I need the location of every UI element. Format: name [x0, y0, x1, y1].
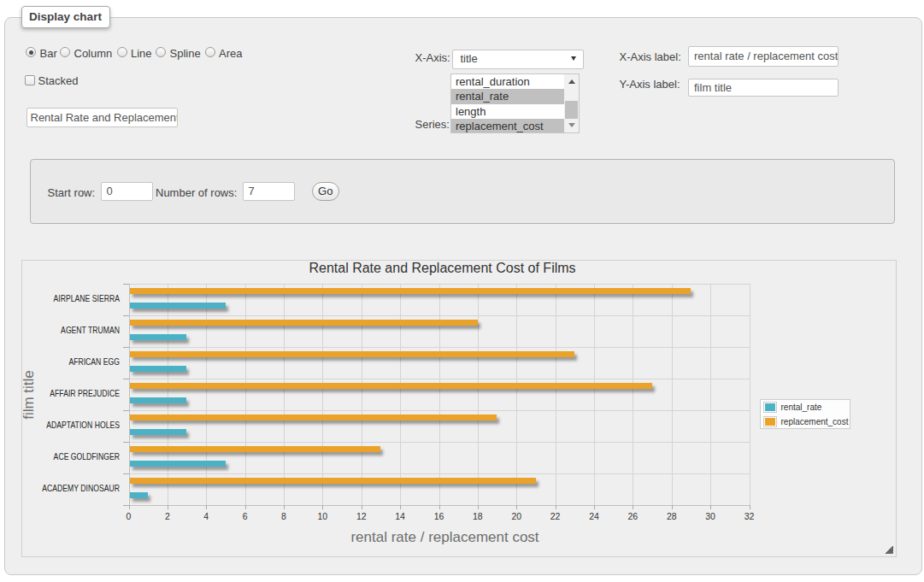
svg-text:film title: film title	[21, 370, 37, 420]
